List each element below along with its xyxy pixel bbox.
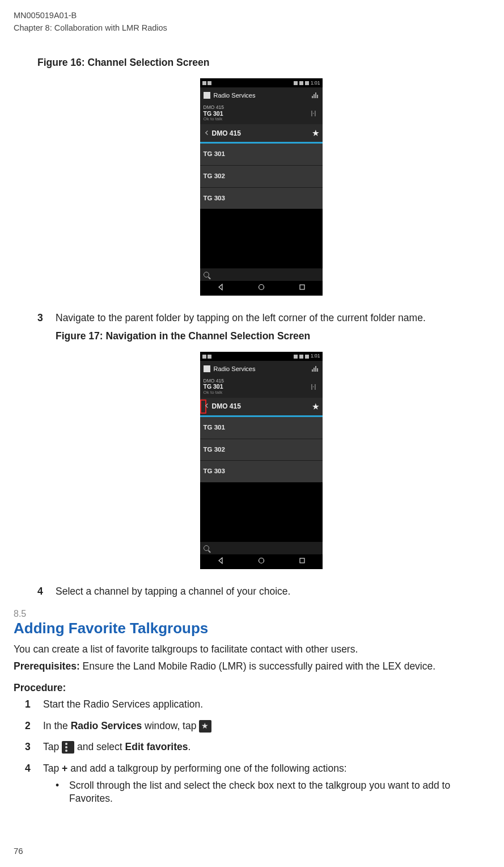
bluetooth-icon [294, 81, 298, 85]
star-icon[interactable]: ★ [312, 128, 319, 138]
step-number: 4 [37, 585, 48, 599]
prerequisites: Prerequisites: Ensure the Land Mobile Ra… [14, 660, 490, 674]
step-text-part: window, tap [142, 720, 199, 731]
step-text: Select a channel by tapping a channel of… [56, 585, 485, 599]
info-bar: DMO 415 TG 301 Ok to talk |·| [200, 377, 323, 398]
page-number: 76 [14, 845, 23, 857]
info-bar: DMO 415 TG 301 Ok to talk |·| [200, 103, 323, 124]
step-number: 3 [37, 312, 48, 325]
svg-rect-1 [314, 94, 315, 98]
search-icon [204, 545, 209, 551]
search-row[interactable] [200, 542, 323, 554]
section-intro: You can create a list of favorite talkgr… [14, 643, 490, 656]
doc-id: MN005019A01-B [14, 10, 490, 22]
step-text: In the Radio Services window, tap [43, 719, 485, 733]
svg-rect-8 [315, 366, 316, 372]
search-icon [204, 272, 209, 277]
app-title: Radio Services [214, 365, 256, 373]
battery-icon [305, 81, 309, 85]
status-icon [207, 81, 211, 85]
channel-item[interactable]: TG 302 [200, 165, 323, 187]
channel-item[interactable]: TG 302 [200, 439, 323, 461]
nav-recent-icon[interactable] [298, 281, 306, 295]
app-icon [204, 92, 210, 99]
step-number: 4 [25, 762, 35, 776]
step-number: 1 [25, 698, 35, 712]
info-line3: Ok to talk [204, 117, 224, 122]
step-text: Tap and select Edit favorites. [43, 740, 485, 754]
channel-item[interactable]: TG 303 [200, 460, 323, 482]
step-text-bold: + [62, 763, 67, 774]
channel-item[interactable]: TG 301 [200, 144, 323, 165]
svg-rect-2 [315, 92, 316, 98]
more-icon [62, 741, 74, 754]
figure-16-screenshot: 1:01 Radio Services DMO 415 TG 301 Ok to… [200, 78, 323, 296]
step-text-part: Tap [43, 741, 62, 752]
chapter-title: Chapter 8: Collaboration with LMR Radios [14, 23, 490, 34]
search-row[interactable] [200, 268, 323, 281]
highlight-box [200, 399, 206, 414]
svg-point-4 [259, 285, 264, 290]
step-text-part: In the [43, 720, 71, 731]
nav-home-icon[interactable] [257, 555, 265, 569]
app-title: Radio Services [214, 91, 256, 100]
nav-back-icon[interactable] [217, 281, 225, 295]
equalizer-icon [311, 365, 319, 373]
chevron-left-icon [205, 131, 210, 135]
ptt-icon[interactable]: |·| [311, 383, 319, 391]
svg-rect-11 [300, 558, 304, 563]
figure-17-screenshot: 1:01 Radio Services DMO 415 TG 301 Ok to… [200, 352, 323, 569]
star-icon[interactable]: ★ [312, 402, 319, 412]
nav-recent-icon[interactable] [298, 555, 306, 569]
status-bar: 1:01 [200, 352, 323, 361]
svg-rect-0 [312, 96, 313, 98]
status-icon [202, 81, 206, 85]
star-icon [199, 720, 211, 733]
prereq-text: Ensure the Land Mobile Radio (LMR) is su… [80, 660, 435, 672]
folder-label: DMO 415 [212, 402, 241, 411]
folder-row[interactable]: DMO 415 ★ [200, 124, 323, 142]
section-title: Adding Favorite Talkgroups [14, 618, 490, 638]
status-bar: 1:01 [200, 78, 323, 87]
step-text-part: and add a talkgroup by performing one of… [67, 763, 346, 774]
nav-back-icon[interactable] [217, 555, 225, 569]
svg-rect-7 [314, 368, 315, 372]
svg-rect-5 [300, 285, 304, 289]
figure-17-title: Figure 17: Navigation in the Channel Sel… [56, 330, 485, 343]
nav-home-icon[interactable] [257, 281, 265, 295]
signal-icon [299, 355, 303, 359]
channel-item[interactable]: TG 301 [200, 417, 323, 439]
step-text-part: and select [74, 741, 125, 752]
folder-label: DMO 415 [212, 129, 241, 138]
signal-icon [299, 81, 303, 85]
battery-icon [305, 355, 309, 359]
info-line3: Ok to talk [204, 390, 224, 395]
svg-rect-6 [312, 369, 313, 372]
status-icon [202, 355, 206, 359]
section-number: 8.5 [14, 608, 490, 620]
app-bar: Radio Services [200, 87, 323, 103]
channel-item[interactable]: TG 303 [200, 187, 323, 209]
ptt-icon[interactable]: |·| [311, 110, 319, 117]
step-number: 2 [25, 719, 35, 733]
step-text-part: . [188, 741, 190, 752]
status-time: 1:01 [311, 353, 320, 359]
step-text: Tap + and add a talkgroup by performing … [43, 762, 485, 776]
svg-point-10 [259, 558, 264, 563]
figure-16-title: Figure 16: Channel Selection Screen [37, 56, 485, 70]
screen-filler [200, 209, 323, 268]
bullet-text: Scroll through the list and select the c… [69, 779, 485, 806]
step-text-part: Tap [43, 763, 62, 774]
svg-rect-9 [317, 368, 318, 372]
folder-row[interactable]: DMO 415 ★ [200, 398, 323, 416]
step-number: 3 [25, 740, 35, 754]
equalizer-icon [311, 91, 319, 99]
procedure-label: Procedure: [14, 681, 490, 695]
svg-rect-3 [317, 95, 318, 98]
android-navbar [200, 281, 323, 296]
step-text: Navigate to the parent folder by tapping… [56, 312, 485, 325]
step-text-bold: Radio Services [71, 720, 142, 731]
app-bar: Radio Services [200, 361, 323, 377]
step-text: Start the Radio Services application. [43, 698, 485, 712]
step-text-bold: Edit favorites [125, 741, 188, 752]
